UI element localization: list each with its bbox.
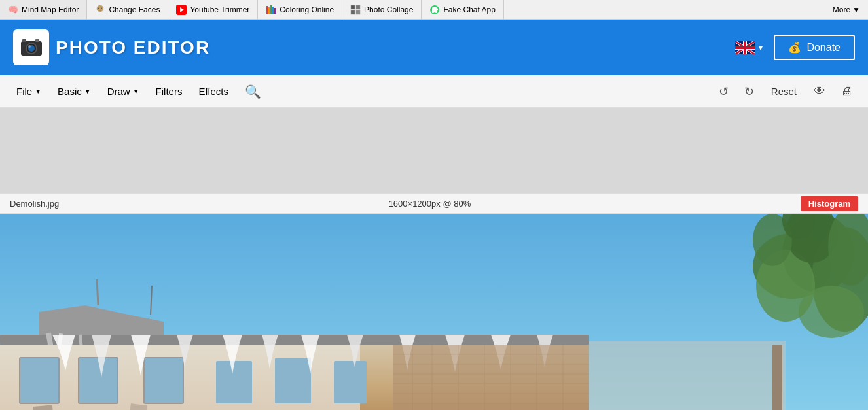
filters-menu-label: Filters bbox=[156, 86, 183, 97]
image-info-bar: Demolish.jpg 1600×1200px @ 80% Histogram bbox=[0, 193, 868, 214]
svg-rect-48 bbox=[275, 358, 311, 403]
tab-mind-map-label: Mind Map Editor bbox=[22, 5, 79, 14]
mind-map-icon: 🧠 bbox=[8, 5, 18, 15]
tab-photo-collage-label: Photo Collage bbox=[364, 5, 413, 14]
effects-menu-label: Effects bbox=[198, 86, 228, 97]
svg-rect-44 bbox=[20, 358, 59, 403]
tab-coloring-label: Coloring Online bbox=[280, 5, 334, 14]
image-scene bbox=[0, 214, 868, 410]
logo-area: PHOTO EDITOR bbox=[13, 29, 210, 65]
preview-button[interactable]: 👁 bbox=[808, 81, 831, 101]
header-right: ▼ 💰 Donate bbox=[735, 35, 855, 60]
svg-rect-45 bbox=[79, 358, 118, 403]
redo-button[interactable]: ↻ bbox=[739, 81, 759, 102]
reset-label: Reset bbox=[771, 86, 797, 97]
svg-rect-9 bbox=[274, 8, 276, 14]
basic-menu-label: Basic bbox=[58, 86, 82, 97]
svg-rect-5 bbox=[266, 6, 268, 14]
svg-rect-8 bbox=[272, 7, 274, 14]
svg-point-2 bbox=[101, 7, 102, 9]
coloring-icon bbox=[266, 5, 276, 15]
svg-rect-21 bbox=[35, 39, 39, 42]
file-menu-button[interactable]: File ▼ bbox=[10, 82, 48, 100]
histogram-label: Histogram bbox=[808, 199, 850, 209]
tab-youtube-trimmer-label: Youtube Trimmer bbox=[190, 5, 249, 14]
tab-coloring-online[interactable]: Coloring Online bbox=[258, 0, 342, 19]
svg-rect-10 bbox=[351, 5, 355, 9]
tab-bar: 🧠 Mind Map Editor Change Faces Youtube T… bbox=[0, 0, 868, 20]
svg-rect-6 bbox=[268, 7, 270, 14]
svg-rect-71 bbox=[589, 341, 786, 410]
svg-point-19 bbox=[28, 45, 31, 48]
tab-change-faces-label: Change Faces bbox=[109, 5, 160, 14]
basic-menu-button[interactable]: Basic ▼ bbox=[51, 82, 98, 100]
print-button[interactable]: 🖨 bbox=[836, 81, 858, 101]
reset-button[interactable]: Reset bbox=[765, 82, 803, 100]
redo-icon: ↻ bbox=[744, 85, 754, 98]
uk-flag-icon bbox=[735, 41, 755, 54]
histogram-button[interactable]: Histogram bbox=[801, 196, 858, 211]
logo-icon bbox=[13, 29, 49, 65]
svg-point-31 bbox=[799, 286, 864, 338]
tab-mind-map[interactable]: 🧠 Mind Map Editor bbox=[0, 0, 87, 19]
header: PHOTO EDITOR ▼ 💰 Donate bbox=[0, 20, 868, 75]
draw-menu-label: Draw bbox=[107, 86, 130, 97]
svg-rect-12 bbox=[351, 10, 355, 14]
tab-photo-collage[interactable]: Photo Collage bbox=[342, 0, 422, 19]
youtube-icon bbox=[176, 5, 187, 15]
undo-button[interactable]: ↺ bbox=[714, 81, 734, 102]
search-button[interactable]: 🔍 bbox=[238, 80, 268, 103]
toolbar: File ▼ Basic ▼ Draw ▼ Filters Effects 🔍 … bbox=[0, 75, 868, 108]
undo-icon: ↺ bbox=[719, 85, 729, 98]
chevron-down-icon: ▼ bbox=[757, 44, 765, 52]
svg-rect-47 bbox=[216, 361, 252, 403]
file-menu-arrow: ▼ bbox=[35, 88, 41, 95]
search-icon: 🔍 bbox=[245, 84, 261, 99]
tab-more-label: More bbox=[833, 5, 850, 14]
donate-button[interactable]: 💰 Donate bbox=[774, 35, 855, 60]
file-menu-label: File bbox=[16, 86, 32, 97]
photo-collage-icon bbox=[350, 5, 361, 15]
image-dimensions: 1600×1200px @ 80% bbox=[59, 199, 801, 209]
draw-menu-button[interactable]: Draw ▼ bbox=[101, 82, 146, 100]
tab-more-button[interactable]: More ▼ bbox=[825, 0, 868, 19]
effects-menu-button[interactable]: Effects bbox=[192, 82, 235, 100]
svg-point-1 bbox=[98, 7, 99, 9]
donate-icon: 💰 bbox=[788, 41, 801, 54]
print-icon: 🖨 bbox=[841, 84, 853, 97]
eye-icon: 👁 bbox=[814, 84, 825, 97]
chevron-down-icon: ▼ bbox=[852, 5, 860, 14]
svg-rect-49 bbox=[334, 361, 367, 403]
change-faces-icon bbox=[95, 5, 105, 15]
tab-youtube-trimmer[interactable]: Youtube Trimmer bbox=[168, 0, 258, 19]
canvas-workspace[interactable] bbox=[0, 108, 868, 193]
app-title: PHOTO EDITOR bbox=[56, 37, 210, 58]
tab-change-faces[interactable]: Change Faces bbox=[87, 0, 168, 19]
basic-menu-arrow: ▼ bbox=[84, 88, 91, 95]
fake-chat-icon bbox=[429, 5, 440, 15]
tab-fake-chat-label: Fake Chat App bbox=[443, 5, 495, 14]
tab-fake-chat[interactable]: Fake Chat App bbox=[422, 0, 503, 19]
toolbar-right: ↺ ↻ Reset 👁 🖨 bbox=[714, 81, 858, 102]
filters-menu-button[interactable]: Filters bbox=[149, 82, 189, 100]
image-filename: Demolish.jpg bbox=[10, 199, 59, 209]
image-display[interactable] bbox=[0, 214, 868, 410]
svg-rect-11 bbox=[356, 5, 360, 9]
svg-rect-13 bbox=[356, 10, 360, 14]
donate-label: Donate bbox=[806, 42, 841, 54]
language-selector[interactable]: ▼ bbox=[735, 41, 765, 54]
draw-menu-arrow: ▼ bbox=[133, 88, 139, 95]
svg-line-40 bbox=[97, 279, 98, 305]
svg-rect-20 bbox=[22, 39, 26, 42]
svg-rect-46 bbox=[144, 358, 183, 403]
svg-rect-7 bbox=[270, 5, 272, 14]
